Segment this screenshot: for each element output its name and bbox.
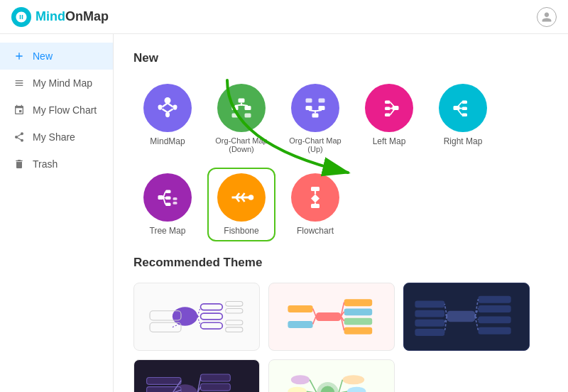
rightmap-icon: [439, 84, 487, 132]
mindmap-card-icon: [143, 84, 192, 132]
rightmap-label: Right Map: [444, 136, 483, 146]
svg-line-91: [475, 299, 478, 316]
sidebar-flowchart-label: My Flow Chart: [33, 104, 97, 116]
fishbone-svg: [229, 185, 254, 210]
svg-rect-18: [306, 106, 312, 110]
svg-line-129: [339, 380, 343, 392]
flowchart-card-icon: [291, 173, 339, 222]
svg-line-16: [241, 105, 248, 107]
fishbone-card[interactable]: Fishbone: [207, 168, 275, 241]
orgchartup-svg: [302, 95, 328, 121]
leftmap-svg: [376, 95, 402, 121]
svg-point-2: [158, 106, 162, 109]
theme-card-3[interactable]: [403, 283, 530, 351]
svg-rect-82: [288, 305, 312, 312]
svg-rect-98: [415, 329, 444, 336]
svg-point-122: [342, 375, 364, 384]
orgchartup-label: Org-Chart Map (Up): [287, 136, 344, 153]
svg-point-127: [288, 387, 306, 392]
sidebar: New My Mind Map My Flow Chart My Share T: [0, 34, 114, 392]
plus-icon: [13, 50, 26, 62]
mindmap-label: MindMap: [150, 136, 185, 146]
flowchart-card[interactable]: Flowchart: [281, 168, 349, 241]
rightmap-svg: [450, 95, 476, 121]
svg-rect-104: [201, 374, 231, 381]
trash-icon: [13, 158, 26, 170]
orgchartdown-card[interactable]: Org-Chart Map (Down): [207, 78, 275, 159]
theme-card-2[interactable]: [268, 283, 395, 351]
logo-text: MindOnMap: [36, 9, 109, 24]
theme-card-5[interactable]: [268, 359, 395, 392]
svg-line-15: [235, 105, 241, 107]
sidebar-new-label: New: [33, 50, 53, 62]
theme-card-4[interactable]: [133, 359, 260, 392]
sidebar-item-trash[interactable]: Trash: [0, 151, 113, 178]
theme-grid: [133, 283, 548, 392]
mindmap-card[interactable]: MindMap: [133, 78, 202, 159]
svg-rect-27: [385, 107, 390, 111]
main-layout: New My Mind Map My Flow Chart My Share T: [0, 34, 568, 392]
svg-rect-41: [165, 197, 171, 200]
svg-rect-112: [147, 377, 181, 384]
flowchart-nav-icon: [13, 104, 26, 116]
svg-rect-74: [344, 299, 373, 306]
svg-rect-43: [173, 197, 178, 200]
mindmap-icon: [13, 77, 26, 89]
svg-rect-75: [344, 308, 373, 315]
map-cards-row2: Tree Map Fishbone: [133, 168, 548, 241]
sidebar-item-myshare[interactable]: My Share: [0, 124, 113, 151]
logo-icon: [11, 7, 31, 27]
svg-rect-54: [311, 187, 320, 191]
svg-rect-28: [385, 114, 390, 117]
fishbone-icon: [217, 173, 266, 222]
svg-rect-87: [479, 296, 511, 303]
svg-rect-62: [226, 302, 243, 307]
svg-rect-63: [226, 308, 243, 313]
svg-rect-64: [226, 320, 243, 325]
orgchartup-icon: [291, 84, 339, 132]
user-avatar-icon[interactable]: [537, 7, 557, 27]
header: MindOnMap: [0, 0, 568, 34]
svg-line-45: [163, 192, 165, 197]
treemap-label: Tree Map: [150, 226, 186, 236]
svg-rect-33: [462, 101, 468, 104]
sidebar-item-myflowchart[interactable]: My Flow Chart: [0, 97, 113, 124]
fishbone-label: Fishbone: [224, 226, 258, 236]
rightmap-card[interactable]: Right Map: [429, 78, 497, 159]
leftmap-icon: [365, 84, 413, 132]
sidebar-item-new[interactable]: New: [0, 43, 113, 70]
svg-rect-40: [165, 190, 171, 194]
svg-rect-65: [226, 327, 243, 332]
treemap-card[interactable]: Tree Map: [133, 168, 202, 241]
svg-rect-96: [415, 310, 444, 317]
svg-rect-17: [312, 114, 319, 118]
leftmap-label: Left Map: [373, 136, 406, 146]
flowchart-svg: [302, 185, 328, 210]
orgchartdown-icon: [217, 84, 266, 132]
svg-point-3: [173, 106, 177, 109]
theme-card-1[interactable]: [133, 283, 260, 351]
header-right: [537, 7, 557, 27]
theme1-svg: [134, 283, 259, 350]
svg-rect-97: [415, 320, 444, 327]
svg-rect-86: [447, 311, 476, 322]
svg-rect-19: [319, 106, 325, 110]
content-area: New MindMap: [114, 34, 568, 392]
orgchartup-card[interactable]: Org-Chart Map (Up): [281, 78, 349, 159]
svg-rect-60: [201, 313, 223, 320]
leftmap-card[interactable]: Left Map: [355, 78, 423, 159]
svg-rect-77: [344, 327, 373, 334]
svg-line-8: [168, 109, 173, 113]
sidebar-item-mymindmap[interactable]: My Mind Map: [0, 70, 113, 97]
svg-line-133: [310, 380, 317, 392]
theme2-svg: [269, 283, 394, 350]
svg-rect-70: [150, 322, 181, 332]
svg-rect-61: [201, 322, 223, 329]
svg-line-23: [309, 110, 315, 111]
svg-rect-76: [344, 318, 373, 325]
svg-point-123: [347, 387, 366, 392]
svg-rect-90: [479, 327, 511, 334]
svg-rect-88: [479, 305, 511, 312]
svg-rect-55: [311, 204, 320, 208]
treemap-card-icon: [143, 173, 192, 222]
